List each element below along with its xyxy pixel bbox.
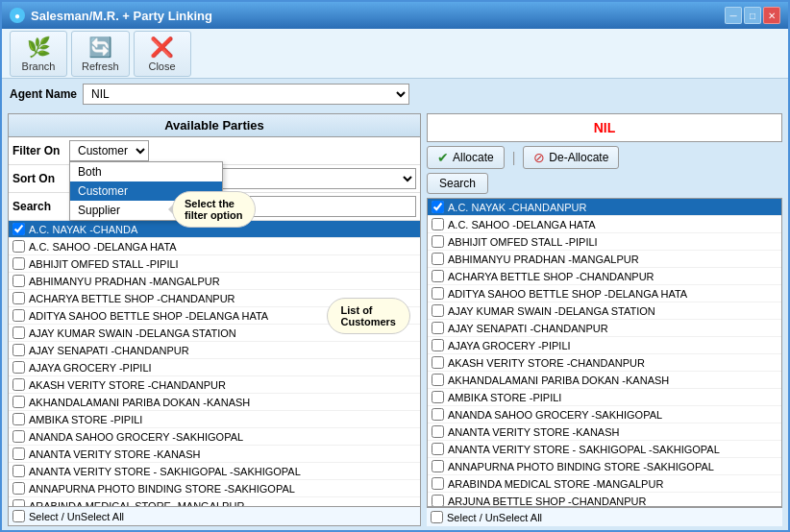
right-list-item-text: A.C. NAYAK -CHANDANPUR: [448, 202, 586, 213]
minimize-button[interactable]: ─: [725, 7, 742, 24]
list-item-checkbox[interactable]: [12, 430, 25, 443]
right-list-item-checkbox[interactable]: [432, 339, 444, 351]
right-list-item[interactable]: A.C. NAYAK -CHANDANPUR: [428, 199, 781, 216]
right-list-item-checkbox[interactable]: [432, 304, 444, 317]
list-item-checkbox[interactable]: [12, 361, 25, 374]
right-list-item-checkbox[interactable]: [432, 270, 444, 282]
right-list-item-text: AMBIKA STORE -PIPILI: [448, 392, 561, 403]
list-item[interactable]: ANANTA VERITY STORE -KANASH: [9, 446, 420, 463]
branch-button[interactable]: 🌿 Branch: [10, 31, 67, 77]
list-item[interactable]: AKASH VERITY STORE -CHANDANPUR: [9, 376, 420, 394]
list-item-checkbox[interactable]: [12, 326, 25, 339]
list-item-text: A.C. NAYAK -CHANDA: [29, 224, 137, 235]
list-item-checkbox[interactable]: [12, 413, 25, 425]
right-list-item[interactable]: ANANDA SAHOO GROCERY -SAKHIGOPAL: [428, 406, 781, 423]
right-list-item-checkbox[interactable]: [432, 287, 444, 300]
both-option[interactable]: Both: [70, 162, 222, 181]
list-item-checkbox[interactable]: [12, 292, 25, 304]
list-item[interactable]: ANANDA SAHOO GROCERY -SAKHIGOPAL: [9, 428, 420, 446]
right-list-item-text: ACHARYA BETTLE SHOP -CHANDANPUR: [448, 271, 654, 282]
right-list-item[interactable]: AJAYA GROCERY -PIPILI: [428, 337, 781, 354]
list-item[interactable]: AJAYA GROCERY -PIPILI: [9, 359, 420, 376]
right-select-all[interactable]: Select / UnSelect All: [427, 507, 782, 526]
list-item-text: ANANTA VERITY STORE -KANASH: [29, 448, 201, 460]
list-item[interactable]: AJAY SENAPATI -CHANDANPUR: [9, 342, 420, 359]
right-list-item[interactable]: AKASH VERITY STORE -CHANDANPUR: [428, 354, 781, 372]
filter-row: Filter On Customer Both Customer Supplie…: [9, 137, 420, 165]
right-select-all-checkbox[interactable]: [431, 511, 443, 523]
list-item-checkbox[interactable]: [12, 344, 25, 356]
list-item-checkbox[interactable]: [12, 465, 25, 477]
right-list-item-checkbox[interactable]: [432, 235, 444, 248]
right-list-item-checkbox[interactable]: [432, 356, 444, 369]
close-window-button[interactable]: ✕: [763, 7, 780, 24]
right-list-item-checkbox[interactable]: [432, 460, 444, 472]
left-select-all-checkbox[interactable]: [12, 510, 25, 522]
right-list-item-checkbox[interactable]: [432, 408, 444, 421]
allocate-button[interactable]: ✔ Allocate: [427, 146, 505, 169]
list-item[interactable]: ARABINDA MEDICAL STORE -MANGALPUR: [9, 497, 420, 506]
list-item-checkbox[interactable]: [12, 275, 25, 287]
list-item[interactable]: AMBIKA STORE -PIPILI: [9, 411, 420, 428]
right-list-item[interactable]: ARABINDA MEDICAL STORE -MANGALPUR: [428, 475, 781, 493]
right-list-item-checkbox[interactable]: [432, 374, 444, 386]
right-list-item-text: ARJUNA BETTLE SHOP -CHANDANPUR: [448, 496, 646, 507]
list-item[interactable]: AKHANDALAMANI PARIBA DOKAN -KANASH: [9, 394, 420, 411]
list-item-checkbox[interactable]: [12, 223, 25, 235]
right-list-item[interactable]: ACHARYA BETTLE SHOP -CHANDANPUR: [428, 268, 781, 285]
close-button[interactable]: ❌ Close: [134, 31, 191, 77]
right-list-item[interactable]: AJAY KUMAR SWAIN -DELANGA STATION: [428, 302, 781, 320]
list-item[interactable]: AJAY KUMAR SWAIN -DELANGA STATION: [9, 325, 420, 342]
list-item-checkbox[interactable]: [12, 447, 25, 460]
right-list-item-checkbox[interactable]: [432, 253, 444, 265]
right-list-item[interactable]: AKHANDALAMANI PARIBA DOKAN -KANASH: [428, 372, 781, 389]
right-list-item-checkbox[interactable]: [432, 391, 444, 403]
list-item[interactable]: ANANTA VERITY STORE - SAKHIGOPAL -SAKHIG…: [9, 463, 420, 480]
right-list-item-checkbox[interactable]: [432, 425, 444, 438]
list-item-checkbox[interactable]: [12, 309, 25, 322]
list-item-text: ACHARYA BETTLE SHOP -CHANDANPUR: [29, 293, 235, 304]
list-item-checkbox[interactable]: [12, 257, 25, 270]
right-list-item[interactable]: ANNAPURNA PHOTO BINDING STORE -SAKHIGOPA…: [428, 458, 781, 475]
dealloc-button[interactable]: ⊘ De-Allocate: [523, 146, 619, 169]
allocate-label: Allocate: [453, 151, 494, 164]
list-item-checkbox[interactable]: [12, 396, 25, 408]
list-item-checkbox[interactable]: [12, 240, 25, 253]
right-list-item-checkbox[interactable]: [432, 322, 444, 334]
maximize-button[interactable]: □: [744, 7, 761, 24]
right-list-item[interactable]: AJAY SENAPATI -CHANDANPUR: [428, 320, 781, 337]
right-list-item[interactable]: AMBIKA STORE -PIPILI: [428, 389, 781, 406]
filter-select[interactable]: Customer: [69, 140, 149, 161]
right-list-item[interactable]: ADITYA SAHOO BETTLE SHOP -DELANGA HATA: [428, 285, 781, 302]
left-list: A.C. NAYAK -CHANDAA.C. SAHOO -DELANGA HA…: [9, 221, 420, 506]
list-item-text: ANANTA VERITY STORE - SAKHIGOPAL -SAKHIG…: [29, 466, 301, 477]
list-item-checkbox[interactable]: [12, 499, 25, 506]
list-item[interactable]: ADITYA SAHOO BETTLE SHOP -DELANGA HATA: [9, 307, 420, 325]
right-list-item[interactable]: ABHIMANYU PRADHAN -MANGALPUR: [428, 251, 781, 268]
close-icon: ❌: [150, 36, 174, 59]
right-list-item[interactable]: ANANTA VERITY STORE - SAKHIGOPAL -SAKHIG…: [428, 441, 781, 458]
right-list-item-checkbox[interactable]: [432, 201, 444, 213]
right-list-item[interactable]: ARJUNA BETTLE SHOP -CHANDANPUR: [428, 493, 781, 507]
list-item[interactable]: A.C. SAHOO -DELANGA HATA: [9, 238, 420, 255]
list-item-checkbox[interactable]: [12, 482, 25, 495]
list-item-text: ARABINDA MEDICAL STORE -MANGALPUR: [29, 500, 244, 507]
left-select-all[interactable]: Select / UnSelect All: [9, 506, 420, 525]
toolbar: 🌿 Branch 🔄 Refresh ❌ Close: [2, 29, 788, 79]
list-item-text: AKHANDALAMANI PARIBA DOKAN -KANASH: [29, 397, 250, 408]
list-item[interactable]: ACHARYA BETTLE SHOP -CHANDANPUR: [9, 290, 420, 307]
agent-select[interactable]: NIL: [83, 84, 409, 105]
list-item[interactable]: ABHIMANYU PRADHAN -MANGALPUR: [9, 273, 420, 290]
list-item-checkbox[interactable]: [12, 378, 25, 391]
right-list-item-checkbox[interactable]: [432, 495, 444, 507]
right-list-item-checkbox[interactable]: [432, 443, 444, 455]
right-list-item[interactable]: A.C. SAHOO -DELANGA HATA: [428, 216, 781, 233]
right-list-item-checkbox[interactable]: [432, 218, 444, 230]
list-item[interactable]: ANNAPURNA PHOTO BINDING STORE -SAKHIGOPA…: [9, 480, 420, 497]
list-item[interactable]: ABHIJIT OMFED STALL -PIPILI: [9, 255, 420, 273]
right-list-item-checkbox[interactable]: [432, 477, 444, 490]
right-search-button[interactable]: Search: [427, 173, 488, 194]
right-list-item[interactable]: ANANTA VERITY STORE -KANASH: [428, 423, 781, 441]
refresh-button[interactable]: 🔄 Refresh: [71, 31, 130, 77]
right-list-item[interactable]: ABHIJIT OMFED STALL -PIPILI: [428, 233, 781, 251]
